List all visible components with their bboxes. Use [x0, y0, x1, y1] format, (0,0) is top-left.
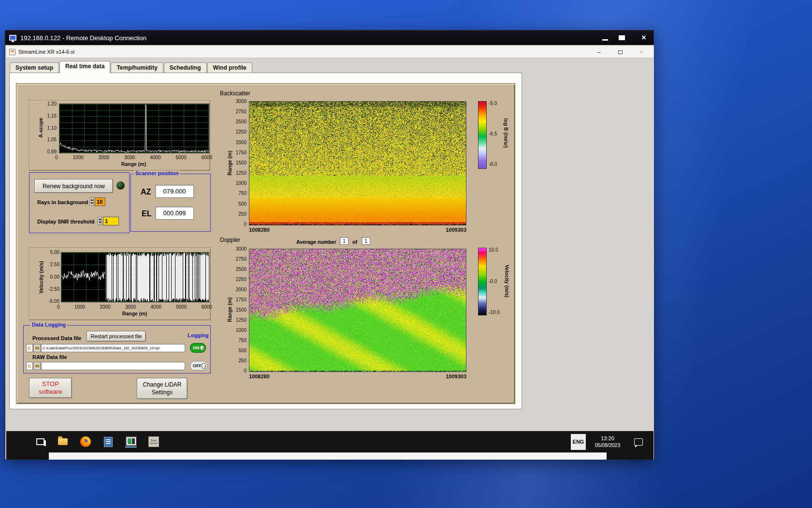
- tick-label: 6000: [202, 155, 212, 160]
- system-tray: ENG 13:20 05/08/2023: [571, 431, 653, 452]
- stop-line2: software: [39, 388, 62, 396]
- velocity-chart: Velocity (m/s) 5.002.500.00-2.50-5.00 01…: [29, 248, 211, 320]
- doppler-x-start: 1008280: [249, 374, 270, 379]
- firefox-icon[interactable]: [80, 436, 91, 448]
- tab-real-time-data[interactable]: Real time data: [59, 61, 110, 73]
- change-line2: Settings: [152, 388, 173, 396]
- raw-path-field[interactable]: [41, 362, 185, 370]
- tab-scheduling[interactable]: Scheduling: [164, 62, 207, 73]
- rdp-window-title: 192.168.0.122 - Remote Desktop Connectio…: [20, 34, 146, 42]
- taskbar-time: 13:20: [589, 435, 626, 442]
- backscatter-colorbar-ticks: -5.0-6.5-8.0: [489, 101, 501, 167]
- snr-value-field[interactable]: 1: [103, 217, 119, 225]
- stop-software-button[interactable]: STOP software: [29, 378, 72, 398]
- doppler-colorbar-label: Velocity (m/s): [504, 265, 510, 298]
- text-app-icon[interactable]: [102, 436, 114, 448]
- tab-strip: System setupReal time dataTemp/humidityS…: [10, 61, 253, 73]
- average-number-label: Average number: [296, 239, 336, 245]
- tick-label: 750: [238, 191, 246, 196]
- tick-label: 0.00: [50, 274, 59, 280]
- taskbar: Scan Sched ENG 13:20 05/08/2023: [6, 431, 653, 452]
- tick-label: 0: [244, 368, 246, 374]
- el-value-field[interactable]: 000.099: [155, 207, 194, 220]
- tick-label: 2750: [236, 256, 246, 262]
- processed-logging-toggle[interactable]: ON: [190, 343, 206, 353]
- remote-desktop: StreamLine XR v14-6.vi – × System setupR…: [6, 45, 654, 460]
- tick-label: 1750: [236, 150, 246, 155]
- tick-label: 1500: [236, 160, 246, 165]
- tick-label: 4000: [150, 155, 160, 160]
- background-controls-group: Renew background now Rays in background …: [29, 172, 130, 233]
- toggle-knob: [200, 345, 205, 351]
- tick-label: 3000: [124, 155, 135, 160]
- restart-processed-file-button[interactable]: Restart processed file: [87, 331, 146, 342]
- processed-path-field[interactable]: C:\Lidar\Data\Proc\2023\202308\20230805\…: [41, 344, 185, 352]
- tick-label: 3000: [125, 304, 136, 310]
- language-indicator[interactable]: ENG: [571, 434, 586, 450]
- ascope-y-ticks: 1.201.151.101.050.99: [43, 101, 57, 154]
- doppler-y-ticks: 3000275025002250200017501500125010007505…: [231, 246, 246, 374]
- streamline-app-icon[interactable]: [125, 436, 137, 448]
- tick-label: 0: [55, 155, 58, 160]
- rdp-minimize-button[interactable]: [599, 34, 611, 42]
- raw-data-file-label: RAW Data file: [32, 354, 67, 360]
- average-number-field[interactable]: 1: [340, 237, 348, 245]
- taskbar-clock[interactable]: 13:20 05/08/2023: [589, 435, 626, 448]
- raw-path-browse-button[interactable]: [33, 362, 41, 370]
- doppler-x-end: 1009303: [446, 374, 466, 379]
- tick-label: 1250: [236, 317, 246, 323]
- rdp-close-button[interactable]: ×: [638, 34, 650, 42]
- tick-label: 250: [238, 211, 246, 217]
- app-window-title: StreamLine XR v14-6.vi: [18, 49, 74, 55]
- snr-spinner[interactable]: [98, 217, 102, 225]
- tab-system-setup[interactable]: System setup: [10, 62, 59, 73]
- tick-label: 0: [244, 222, 246, 227]
- data-logging-group: Data Logging Processed Data file Restart…: [23, 325, 211, 374]
- window-edge-strip: [49, 452, 607, 460]
- backscatter-heatmap: [249, 101, 466, 225]
- backscatter-x-start: 1008280: [249, 227, 270, 233]
- tick-label: 1000: [236, 328, 246, 333]
- tick-label: 2250: [236, 129, 246, 134]
- processed-path-browse-button[interactable]: [33, 344, 41, 352]
- taskbar-lower-strip: [6, 452, 653, 460]
- backscatter-x-ticks: 1008280 1009303: [249, 227, 466, 233]
- renew-background-button[interactable]: Renew background now: [34, 179, 113, 193]
- tab-wind-profile[interactable]: Wind profile: [207, 62, 252, 73]
- change-lidar-settings-button[interactable]: Change LiDAR Settings: [137, 378, 188, 399]
- ascope-x-ticks: 0100020003000400050006000: [55, 155, 212, 160]
- scan-scheduler-icon[interactable]: Scan Sched: [148, 436, 160, 448]
- app-titlebar[interactable]: StreamLine XR v14-6.vi – ×: [6, 46, 653, 58]
- app-close-button[interactable]: ×: [637, 48, 646, 56]
- az-value-field[interactable]: 079.000: [155, 185, 194, 198]
- tick-label: 2000: [99, 155, 109, 160]
- tick-label: 2000: [236, 287, 246, 292]
- rdp-titlebar[interactable]: 192.168.0.122 - Remote Desktop Connectio…: [5, 30, 653, 45]
- tick-label: -5.0: [489, 101, 497, 106]
- task-view-icon[interactable]: [34, 436, 46, 448]
- scan-scheduler-label: Scan Sched: [148, 436, 159, 447]
- processed-path-type-icon: C: [26, 344, 33, 352]
- tick-label: -2.50: [48, 286, 59, 292]
- tick-label: 1250: [236, 170, 246, 176]
- action-center-icon[interactable]: [634, 438, 643, 446]
- file-explorer-icon[interactable]: [57, 436, 69, 448]
- average-of-field[interactable]: 1: [362, 237, 370, 245]
- tick-label: 1000: [74, 304, 85, 310]
- tick-label: 500: [238, 201, 246, 207]
- rdp-maximize-button[interactable]: [616, 34, 627, 42]
- tick-label: 2.50: [50, 262, 59, 267]
- az-label: AZ: [141, 188, 151, 196]
- rays-spinner[interactable]: [89, 197, 94, 206]
- tab-page-real-time-data: A-scope 1.201.151.101.050.99 01000200030…: [9, 73, 522, 409]
- rays-value-field[interactable]: 10: [95, 197, 105, 206]
- backscatter-title: Backscatter: [220, 90, 250, 97]
- tick-label: -6.5: [489, 131, 497, 136]
- doppler-title: Doppler: [220, 237, 240, 243]
- tab-temp-humidity[interactable]: Temp/humidity: [111, 62, 163, 73]
- raw-logging-toggle[interactable]: OFF: [190, 361, 207, 371]
- tick-label: 10.0: [489, 247, 498, 253]
- app-restore-button[interactable]: [616, 48, 624, 56]
- app-minimize-button[interactable]: –: [594, 48, 603, 56]
- average-of-label: of: [352, 239, 357, 245]
